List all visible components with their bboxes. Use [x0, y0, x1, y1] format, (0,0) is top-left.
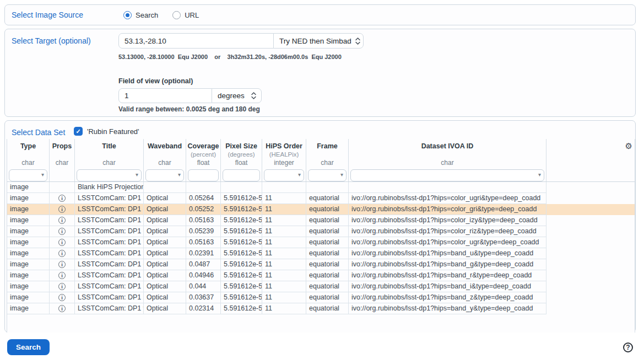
column-header-ivoa_id[interactable]: Dataset IVOA IDchar▾ [349, 139, 546, 181]
filter-waveband[interactable]: ▾ [145, 169, 184, 181]
info-icon[interactable]: i [58, 261, 66, 268]
cell-frame: equatorial [306, 193, 349, 204]
cell-hips_order: 11 [262, 226, 306, 237]
column-dtype: char [306, 159, 348, 167]
info-icon[interactable]: i [58, 217, 66, 224]
info-icon[interactable]: i [58, 305, 66, 312]
info-icon[interactable]: i [58, 272, 66, 279]
cell-filler [546, 281, 635, 292]
cell-title: LSSTComCam: DP1 z [75, 292, 144, 303]
cell-props: i [50, 226, 75, 237]
table-row[interactable]: imageiLSSTComCam: DP1 zOptical0.036375.5… [7, 292, 635, 303]
column-unit [349, 151, 546, 159]
target-content: Try NED then Simbad 53.13000, -28.10000 … [118, 33, 364, 113]
radio-url[interactable] [172, 11, 181, 19]
column-header-frame[interactable]: Framechar▾ [306, 139, 349, 181]
column-header-title[interactable]: Titlechar▾ [75, 139, 144, 181]
cell-type: image [7, 259, 50, 270]
column-header-props[interactable]: Propschar [50, 139, 75, 181]
table-options-gear-icon[interactable]: ⚙ [625, 142, 632, 150]
cell-filler [546, 270, 635, 281]
rubin-featured-checkbox[interactable]: ✓ [74, 127, 83, 136]
resolved-coordinates: 53.13000, -28.10000 Equ J2000 or 3h32m31… [118, 53, 364, 60]
cell-pixel_size: 5.591612e-5 [221, 259, 262, 270]
filter-pixel_size[interactable] [223, 169, 260, 181]
filter-type[interactable]: ▾ [9, 169, 47, 181]
resolver-select[interactable]: Try NED then Simbad [273, 33, 364, 49]
cell-type: image [7, 292, 50, 303]
column-header-hips_order[interactable]: HiPS Order(HEALPix)integer▾ [262, 139, 306, 181]
cell-title: LSSTComCam: DP1 riz [75, 226, 144, 237]
radio-search[interactable] [123, 11, 132, 19]
filter-ivoa_id[interactable]: ▾ [350, 169, 544, 181]
radio-search-label: Search [136, 11, 158, 19]
column-name: Frame [306, 142, 348, 151]
table-row[interactable]: imageiLSSTComCam: DP1 izyOptical0.051635… [7, 215, 635, 226]
table-row[interactable]: imageBlank HiPS Projection [7, 182, 635, 193]
filter-frame[interactable]: ▾ [308, 169, 347, 181]
column-name: Props [50, 142, 74, 151]
help-icon[interactable]: ? [623, 342, 633, 352]
cell-frame: equatorial [306, 204, 349, 215]
cell-waveband: Optical [144, 259, 186, 270]
updown-chevrons-icon [355, 36, 361, 46]
target-input[interactable] [118, 33, 274, 49]
filter-title[interactable]: ▾ [77, 169, 142, 181]
cell-type: image [7, 237, 50, 248]
info-icon[interactable]: i [58, 294, 66, 301]
search-button[interactable]: Search [7, 339, 50, 355]
cell-filler [546, 259, 635, 270]
column-unit [144, 151, 186, 159]
cell-title: LSSTComCam: DP1 ugri [75, 193, 144, 204]
fov-unit-select[interactable]: degrees [212, 88, 262, 103]
column-header-pixel_size[interactable]: Pixel Size(degrees)float [221, 139, 262, 181]
table-row[interactable]: imageiLSSTComCam: DP1 yOptical0.023145.5… [7, 303, 635, 314]
dataset-table: Typechar▾PropscharTitlechar▾Wavebandchar… [7, 139, 635, 333]
select-data-set-panel: Select Data Set ✓ 'Rubin Featured' Typec… [4, 120, 636, 333]
info-icon[interactable]: i [58, 195, 66, 202]
radio-option-search[interactable]: Search [123, 11, 158, 19]
cell-frame: equatorial [306, 281, 349, 292]
cell-ivoa_id: ivo://org.rubinobs/lsst-dp1?hips=color_u… [349, 193, 546, 204]
cell-filler [546, 237, 635, 248]
cell-hips_order: 11 [262, 259, 306, 270]
info-icon[interactable]: i [58, 228, 66, 235]
filter-coverage[interactable] [188, 169, 219, 181]
info-icon[interactable]: i [58, 206, 66, 213]
table-row[interactable]: imageiLSSTComCam: DP1 griOptical0.052525… [7, 204, 635, 215]
column-name: Dataset IVOA ID [349, 142, 546, 151]
chevron-down-icon: ▾ [298, 172, 301, 178]
cell-frame [306, 182, 349, 193]
table-row[interactable]: imageiLSSTComCam: DP1 ugrOptical0.051635… [7, 237, 635, 248]
table-row[interactable]: imageiLSSTComCam: DP1 rizOptical0.052395… [7, 226, 635, 237]
table-row[interactable]: imageiLSSTComCam: DP1 iOptical0.0445.591… [7, 281, 635, 292]
filter-hips_order[interactable]: ▾ [264, 169, 304, 181]
fov-input[interactable] [118, 88, 212, 103]
cell-coverage [186, 182, 221, 193]
column-header-coverage[interactable]: Coverage(percent)float [186, 139, 221, 181]
column-unit [75, 151, 143, 159]
info-icon[interactable]: i [58, 250, 66, 257]
cell-coverage: 0.05252 [186, 204, 221, 215]
cell-waveband: Optical [144, 248, 186, 259]
column-header-type[interactable]: Typechar▾ [7, 139, 50, 181]
column-header-waveband[interactable]: Wavebandchar▾ [144, 139, 186, 181]
column-dtype: char [50, 159, 74, 167]
image-source-radio-group: Search URL [123, 11, 199, 19]
info-icon[interactable]: i [58, 239, 66, 246]
cell-type: image [7, 248, 50, 259]
cell-props: i [50, 270, 75, 281]
table-row[interactable]: imageiLSSTComCam: DP1 ugriOptical0.05264… [7, 193, 635, 204]
cell-type: image [7, 193, 50, 204]
cell-waveband: Optical [144, 215, 186, 226]
radio-option-url[interactable]: URL [172, 11, 199, 19]
cell-ivoa_id: ivo://org.rubinobs/lsst-dp1?hips=band_i&… [349, 281, 546, 292]
table-row[interactable]: imageiLSSTComCam: DP1 uOptical0.023915.5… [7, 248, 635, 259]
cell-title: LSSTComCam: DP1 i [75, 281, 144, 292]
cell-frame: equatorial [306, 226, 349, 237]
table-row[interactable]: imageiLSSTComCam: DP1 rOptical0.049465.5… [7, 270, 635, 281]
table-row[interactable]: imageiLSSTComCam: DP1 gOptical0.04875.59… [7, 259, 635, 270]
cell-coverage: 0.05163 [186, 237, 221, 248]
info-icon[interactable]: i [58, 283, 66, 290]
rubin-featured-option[interactable]: ✓ 'Rubin Featured' [74, 127, 139, 136]
